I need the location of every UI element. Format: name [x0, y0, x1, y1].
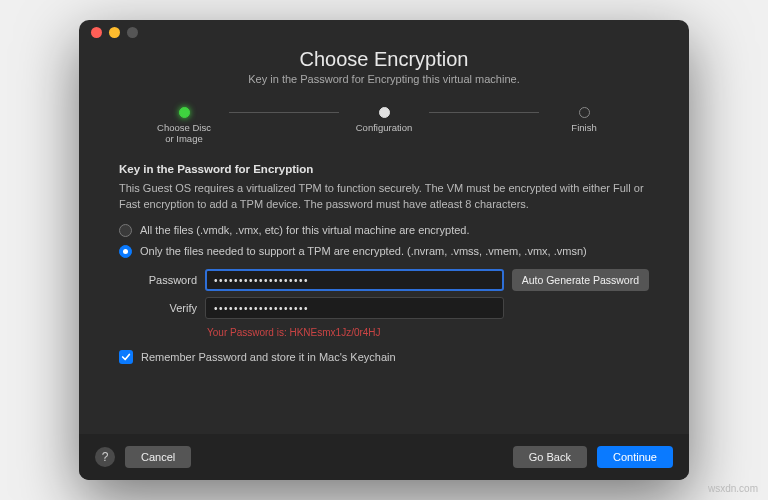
- radio-label: Only the files needed to support a TPM a…: [140, 244, 587, 259]
- stepper: Choose Disc or Image Configuration Finis…: [79, 93, 689, 155]
- step-dot-icon: [179, 107, 190, 118]
- step-line: [229, 112, 339, 113]
- radio-option-full[interactable]: All the files (.vmdk, .vmx, etc) for thi…: [119, 223, 649, 238]
- step-line: [429, 112, 539, 113]
- page-subtitle: Key in the Password for Encrypting this …: [99, 73, 669, 85]
- password-form: Password ••••••••••••••••••• Auto Genera…: [119, 269, 649, 338]
- radio-label: All the files (.vmdk, .vmx, etc) for thi…: [140, 223, 470, 238]
- section-heading: Key in the Password for Encryption: [119, 163, 649, 175]
- zoom-icon: [127, 27, 138, 38]
- step-label: Finish: [571, 122, 596, 133]
- step-label: Configuration: [356, 122, 413, 133]
- auto-generate-button[interactable]: Auto Generate Password: [512, 269, 649, 291]
- verify-input[interactable]: •••••••••••••••••••: [205, 297, 504, 319]
- page-title: Choose Encryption: [99, 48, 669, 71]
- password-reveal-text: Your Password is: HKNEsmx1Jz/0r4HJ: [205, 327, 649, 338]
- content: Key in the Password for Encryption This …: [79, 155, 689, 434]
- footer: ? Cancel Go Back Continue: [79, 434, 689, 480]
- step-choose-disc: Choose Disc or Image: [139, 107, 229, 145]
- radio-icon: [119, 245, 132, 258]
- remember-label: Remember Password and store it in Mac's …: [141, 351, 396, 363]
- step-dot-icon: [579, 107, 590, 118]
- close-icon[interactable]: [91, 27, 102, 38]
- dialog-window: Choose Encryption Key in the Password fo…: [79, 20, 689, 480]
- password-label: Password: [119, 274, 197, 286]
- titlebar: [79, 20, 689, 44]
- description-text: This Guest OS requires a virtualized TPM…: [119, 181, 649, 213]
- radio-icon: [119, 224, 132, 237]
- step-finish: Finish: [539, 107, 629, 133]
- radio-option-fast[interactable]: Only the files needed to support a TPM a…: [119, 244, 649, 259]
- minimize-icon[interactable]: [109, 27, 120, 38]
- continue-button[interactable]: Continue: [597, 446, 673, 468]
- verify-label: Verify: [119, 302, 197, 314]
- cancel-button[interactable]: Cancel: [125, 446, 191, 468]
- checkbox-checked-icon: [119, 350, 133, 364]
- header: Choose Encryption Key in the Password fo…: [79, 44, 689, 93]
- remember-checkbox-row[interactable]: Remember Password and store it in Mac's …: [119, 350, 649, 364]
- help-button[interactable]: ?: [95, 447, 115, 467]
- step-dot-icon: [379, 107, 390, 118]
- watermark: wsxdn.com: [708, 483, 758, 494]
- password-input[interactable]: •••••••••••••••••••: [205, 269, 504, 291]
- step-configuration: Configuration: [339, 107, 429, 133]
- go-back-button[interactable]: Go Back: [513, 446, 587, 468]
- step-label: Choose Disc or Image: [157, 122, 211, 145]
